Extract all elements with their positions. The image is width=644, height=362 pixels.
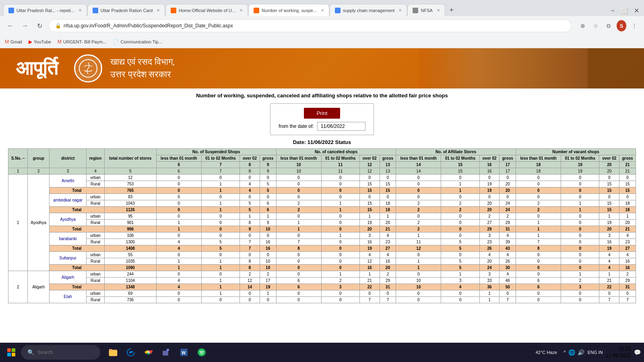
page-title: Number of working, suspended, canceled a… [8,93,636,99]
cell-a-1: 2 [441,207,479,213]
logo-svg [78,58,98,78]
th-s-less: less than 01 month [156,155,201,162]
cell-s-1: 1 [201,187,239,194]
tab2-close[interactable]: ✕ [157,8,160,12]
new-tab-button[interactable]: + [446,4,458,16]
district-link[interactable]: Aligarh [62,275,74,280]
taskbar-search-input[interactable] [37,350,94,355]
cell-a-0: 10 [396,284,441,290]
cell-a-3: 29 [500,220,516,226]
menu-icon[interactable]: ⋮ [630,21,639,31]
th-a-over: over 02 [479,155,500,162]
cell-c-3: 16 [380,258,396,265]
th-col5: 10 [276,162,321,168]
cell-a-3: 30 [500,265,516,271]
th-num13: 13 [380,168,396,175]
date-input[interactable] [317,122,365,131]
minimize-button[interactable]: − [609,6,616,16]
controls-row: Print from the date of: [8,103,636,135]
district-link[interactable]: Etah [64,294,72,299]
taskbar-search[interactable]: 🔍 [21,345,100,360]
cell-s-3: 9 [260,220,276,226]
bookmark-gmail[interactable]: M Gmail [5,39,22,45]
cell-v-2: 19 [599,220,619,226]
back-button[interactable]: ← [5,20,16,31]
profile-icon[interactable]: S [617,21,626,31]
taskbar-word[interactable]: W [176,344,192,360]
cell-c-1: 1 [321,232,359,239]
district-link[interactable]: barabanki [59,237,77,241]
extensions-icon[interactable]: ⧉ [604,21,613,31]
cell-s-2: 12 [240,278,260,284]
bookmark-urgent[interactable]: M URGENT- Bill Paym... [58,39,107,45]
svg-rect-3 [7,353,11,356]
district-link[interactable]: Ayodhya [60,217,76,222]
cell-a-2: 0 [479,194,500,200]
th-num16: 16 [479,168,500,175]
address-field[interactable]: 🔒 nfsa.up.gov.in/Food/R_Admin/Public/Sus… [48,19,572,32]
tab-6[interactable]: NFSA ✕ [407,4,445,16]
cell-v-3: 16 [619,258,636,265]
cell-total-stores: 1043 [104,200,156,207]
cell-s-2: 4 [240,187,260,194]
cell-region: urban [87,252,105,258]
tab5-close[interactable]: ✕ [398,8,402,12]
cell-v-3: 15 [619,181,636,187]
reload-button[interactable]: ↻ [34,20,45,31]
th-v-01to02: 01 to 02 Months [561,155,599,162]
cell-v-1: 0 [561,181,599,187]
close-button[interactable]: ✕ [632,5,641,16]
tab-2[interactable]: Uttar Pradesh Ration Card ✕ [87,4,165,16]
cell-total-stores: 901 [104,220,156,226]
bookmark-youtube[interactable]: ▶ YouTube [29,39,51,45]
tab3-close[interactable]: ✕ [239,8,243,12]
cell-a-1: 0 [441,226,479,232]
cell-s-1: 0 [201,252,239,258]
bookmark-icon[interactable]: ☆ [591,21,601,31]
notification-icon[interactable]: 💬 [634,349,641,356]
cell-c-2: 16 [359,265,380,271]
cell-c-2: 22 [359,284,380,290]
forward-button[interactable]: → [19,20,31,31]
cell-s-2: 0 [240,252,260,258]
tab6-close[interactable]: ✕ [437,8,440,12]
taskbar-explorer[interactable] [105,344,121,360]
tab-3[interactable]: Home:Official Website of U... ✕ [165,4,248,16]
taskbar-edge[interactable] [123,344,139,360]
translate-icon[interactable]: ⊕ [578,21,588,31]
th-total: total number of stores [104,149,156,168]
cell-c-1: 3 [321,284,359,290]
cell-v-0: 2 [516,200,561,207]
cell-total-stores: 736 [104,297,156,303]
cell-s-3: 16 [260,239,276,245]
volume-icon[interactable]: 🔊 [578,349,584,356]
taskbar-teams[interactable] [158,344,174,360]
district-link[interactable]: Amethi [62,179,74,183]
cell-c-3: 0 [380,175,396,181]
network-icon[interactable]: 🌐 [568,349,575,356]
bookmark-urgent-label: URGENT- Bill Paym... [63,39,107,44]
bookmark-comm[interactable]: 📄 Communication Tip... [113,39,162,45]
cell-district: Sultanpur [50,252,87,265]
tab4-close[interactable]: ✕ [321,8,324,12]
tab-5[interactable]: supply chain management ✕ [330,4,407,16]
cell-a-0: 0 [396,187,441,194]
tab1-close[interactable]: ✕ [78,8,82,12]
cell-total-stores: 1408 [104,245,156,252]
start-button[interactable] [3,344,19,360]
cell-a-1: 3 [441,278,479,284]
print-button[interactable]: Print [304,108,341,119]
tab-1[interactable]: Uttar Pradesh Rat... - repeti... ✕ [3,4,87,16]
cell-v-2: 19 [599,245,619,252]
restore-button[interactable]: ⬜ [619,5,630,16]
tab-4[interactable]: Number of working, suspe... ✕ [248,4,329,16]
cell-region: Rural [87,181,105,187]
taskbar-chrome[interactable] [140,344,157,360]
district-link[interactable]: Sultanpur [59,256,76,260]
district-link[interactable]: ambedkar nagar [53,198,83,202]
teams-icon [161,348,171,357]
chevron-icon[interactable]: ^ [564,350,566,355]
site-header: आपूर्ति खाद्य एवं रसद विभाग, उत्तर प्रदे… [0,48,644,88]
cell-c-3: 7 [380,297,396,303]
taskbar-spotify[interactable] [194,344,210,360]
